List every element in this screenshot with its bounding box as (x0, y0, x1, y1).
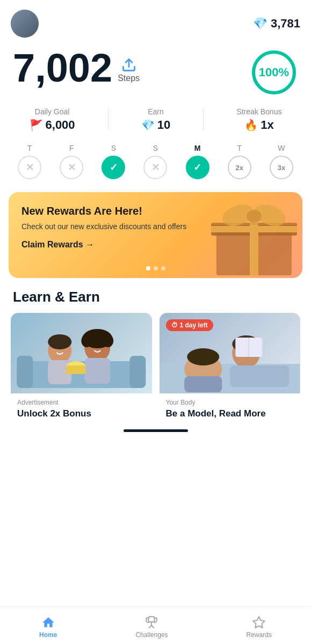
day-circle-1: ✕ (60, 156, 83, 179)
banner-image (206, 195, 302, 275)
trophy-icon (144, 616, 158, 630)
day-label-1: F (69, 144, 74, 152)
steps-label: Steps (118, 74, 140, 83)
stats-row: Daily Goal 🚩 6,000 Earn 💎 10 Streak Bonu… (0, 105, 311, 141)
clock-icon: ⏱ (171, 321, 178, 329)
streak-value: 1x (261, 118, 273, 132)
diamond-icon: 💎 (141, 119, 155, 131)
streak-value-row: 🔥 1x (244, 118, 273, 132)
day-label-3: S (153, 144, 158, 152)
daily-goal-value: 6,000 (46, 118, 75, 132)
banner-cta[interactable]: Claim Rewards → (21, 240, 195, 250)
day-label-4: M (194, 144, 201, 152)
day-col-2: S ✓ (102, 144, 125, 179)
card-0[interactable]: Advertisement Unlock 2x Bonus (11, 313, 152, 426)
daily-goal-label: Daily Goal (35, 107, 70, 116)
svg-rect-6 (211, 226, 297, 232)
card-image-0 (11, 313, 152, 393)
steps-label-group: Steps (118, 57, 140, 83)
svg-rect-13 (129, 356, 146, 388)
steps-count: 7,002 (13, 48, 112, 88)
day-col-5: T 2x (228, 144, 251, 179)
rewards-banner[interactable]: New Rewards Are Here! Check out our new … (9, 192, 302, 278)
svg-rect-12 (17, 356, 33, 388)
day-label-5: T (237, 144, 242, 152)
day-col-3: S ✕ (143, 144, 167, 179)
card-scene-0 (11, 313, 152, 393)
earn-label: Earn (148, 107, 164, 116)
day-col-4: M ✓ (186, 144, 209, 179)
day-circle-0: ✕ (18, 156, 41, 179)
day-circle-6: 3x (270, 156, 293, 179)
daily-goal-stat: Daily Goal 🚩 6,000 (30, 107, 75, 132)
day-label-6: W (278, 144, 285, 152)
nav-home-label: Home (39, 631, 57, 639)
rewards-diamond-icon (252, 616, 266, 630)
day-col-1: F ✕ (60, 144, 83, 179)
nav-challenges-label: Challenges (135, 631, 168, 639)
day-circle-5: 2x (228, 156, 251, 179)
week-row: T ✕ F ✕ S ✓ S ✕ M ✓ T 2x W 3x (0, 141, 311, 190)
card-category-1: Your Body (166, 399, 294, 406)
svg-rect-18 (84, 358, 110, 384)
day-circle-2: ✓ (102, 156, 125, 179)
banner-description: Check out our new exclusive discounts an… (21, 222, 195, 232)
nav-home[interactable]: Home (28, 613, 68, 641)
home-icon (41, 616, 55, 630)
gem-balance-value: 3,781 (271, 17, 300, 31)
dot-2 (161, 266, 165, 270)
nav-challenges[interactable]: Challenges (125, 613, 178, 641)
avatar[interactable] (11, 10, 39, 38)
time-badge: ⏱ 1 day left (166, 319, 213, 331)
svg-rect-23 (66, 365, 85, 374)
svg-rect-31 (184, 376, 222, 392)
banner-dots (146, 266, 165, 270)
svg-point-32 (187, 348, 219, 365)
banner-title: New Rewards Are Here! (21, 205, 195, 217)
card-1[interactable]: ⏱ 1 day left (160, 313, 301, 426)
steps-number-row: 7,002 Steps (13, 48, 140, 88)
flame-icon: 🔥 (244, 119, 258, 131)
day-circle-4: ✓ (186, 156, 209, 179)
badge-text: 1 day left (180, 321, 208, 329)
day-col-6: W 3x (270, 144, 293, 179)
dot-0 (146, 266, 150, 270)
earn-value-row: 💎 10 (141, 118, 170, 132)
dot-1 (154, 266, 158, 270)
card-title-1: Be a Model, Read More (166, 408, 294, 420)
circle-progress: 100% (250, 48, 298, 97)
steps-left: 7,002 Steps (13, 48, 140, 88)
card-image-1: ⏱ 1 day left (160, 313, 301, 393)
learn-earn-title: Learn & Earn (0, 289, 311, 313)
bottom-nav: Home Challenges Rewards (0, 606, 311, 644)
earn-value: 10 (157, 118, 170, 132)
svg-point-21 (103, 334, 113, 347)
nav-rewards-label: Rewards (247, 631, 272, 639)
svg-rect-10 (211, 223, 297, 225)
card-category-0: Advertisement (17, 399, 146, 406)
gem-icon: 💎 (253, 17, 267, 31)
svg-rect-29 (230, 365, 289, 387)
cards-row: Advertisement Unlock 2x Bonus ⏱ 1 day le… (0, 313, 311, 426)
card-body-0: Advertisement Unlock 2x Bonus (11, 393, 152, 426)
upload-icon (121, 57, 136, 72)
gem-balance: 💎 3,781 (253, 17, 300, 31)
day-label-2: S (111, 144, 116, 152)
day-circle-3: ✕ (143, 156, 167, 179)
daily-goal-value-row: 🚩 6,000 (30, 118, 75, 132)
stat-divider-1 (108, 109, 109, 130)
home-bar (124, 429, 188, 432)
streak-label: Streak Bonus (236, 107, 281, 116)
day-col-0: T ✕ (18, 144, 41, 179)
stat-divider-2 (203, 109, 204, 130)
svg-point-20 (81, 334, 92, 347)
streak-stat: Streak Bonus 🔥 1x (236, 107, 281, 132)
svg-point-16 (48, 334, 71, 349)
top-bar: 💎 3,781 (0, 0, 311, 43)
earn-stat: Earn 💎 10 (141, 107, 170, 132)
gift-box-svg (206, 195, 302, 278)
card-title-0: Unlock 2x Bonus (17, 408, 146, 420)
svg-marker-35 (253, 617, 265, 628)
nav-rewards[interactable]: Rewards (236, 613, 283, 641)
steps-section: 7,002 Steps 100% (0, 43, 311, 105)
